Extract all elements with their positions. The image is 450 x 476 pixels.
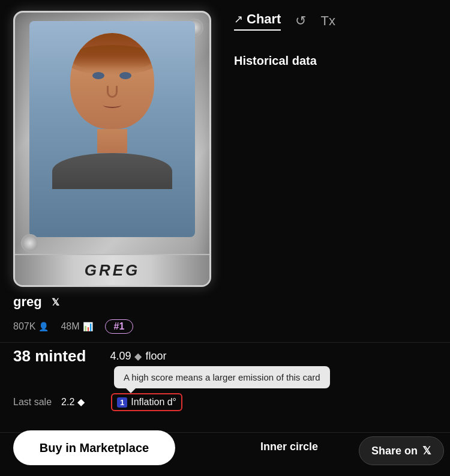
share-x-icon: 𝕏 [422, 444, 431, 457]
floor-label: floor [145, 350, 166, 363]
inflation-label: Inflation d° [131, 397, 176, 408]
profile-username: greg [13, 294, 42, 310]
x-social-icon[interactable]: 𝕏 [48, 294, 64, 310]
card-bottom-ornament [21, 234, 39, 252]
views-stat: 48M 📊 [61, 321, 92, 332]
bar-chart-icon: 📊 [83, 322, 93, 331]
inner-circle-label: Inner circle [260, 441, 318, 453]
profile-area: greg 𝕏 [13, 294, 64, 310]
share-button[interactable]: Share on 𝕏 [359, 436, 444, 465]
card-name-bar: GREG [15, 254, 209, 285]
share-label: Share on [371, 445, 418, 457]
followers-stat: 807K 👤 [13, 321, 49, 332]
tooltip-text: A high score means a larger emission of … [124, 372, 320, 382]
followers-count: 807K [13, 321, 35, 332]
last-sale-row: Last sale 2.2 ◆ [13, 396, 85, 408]
last-sale-eth-icon: ◆ [77, 396, 85, 408]
top-navigation: ↗ Chart ↺ Tx [222, 0, 450, 42]
person-nose [107, 86, 118, 98]
last-sale-number: 2.2 [61, 397, 74, 408]
chart-label[interactable]: Chart [247, 11, 281, 27]
person-mouth [103, 102, 121, 108]
left-eye [92, 72, 104, 79]
person-icon: 👤 [38, 322, 49, 331]
tooltip-popup: A high score means a larger emission of … [114, 366, 330, 388]
minted-row: 38 minted 4.09 ◆ floor [13, 347, 166, 366]
card-name: GREG [85, 261, 140, 280]
rank-number: #1 [114, 321, 125, 331]
buy-label: Buy in Marketplace [40, 441, 149, 455]
buy-marketplace-button[interactable]: Buy in Marketplace [13, 430, 175, 465]
views-count: 48M [61, 321, 79, 332]
trading-card: GREG [13, 11, 211, 287]
rank-badge: #1 [105, 319, 134, 334]
inflation-tag[interactable]: 1 Inflation d° [111, 393, 182, 411]
stats-row: 807K 👤 48M 📊 #1 [13, 319, 133, 334]
minted-count: 38 minted [13, 347, 86, 366]
right-eye [119, 72, 131, 79]
card-photo [29, 21, 194, 237]
refresh-icon[interactable]: ↺ [295, 13, 306, 29]
trend-icon: ↗ [234, 13, 243, 26]
person-face [29, 21, 194, 237]
floor-price: 4.09 [110, 350, 131, 363]
person-head [70, 33, 154, 129]
last-sale-value-area: 2.2 ◆ [61, 396, 85, 408]
person-neck [97, 129, 127, 153]
chart-tab[interactable]: ↗ Chart [234, 11, 281, 31]
tx-label[interactable]: Tx [320, 13, 335, 29]
person-shoulders [52, 153, 172, 189]
person-hair-sides [70, 45, 154, 75]
floor-area: 4.09 ◆ floor [110, 350, 166, 363]
historical-data-label: Historical data [234, 54, 317, 68]
inflation-number: 1 [117, 397, 127, 408]
eth-icon: ◆ [134, 351, 142, 362]
trading-card-container: GREG [13, 11, 211, 287]
last-sale-label: Last sale [13, 397, 52, 408]
person-eyes [70, 72, 154, 79]
divider-line-top [0, 342, 450, 343]
